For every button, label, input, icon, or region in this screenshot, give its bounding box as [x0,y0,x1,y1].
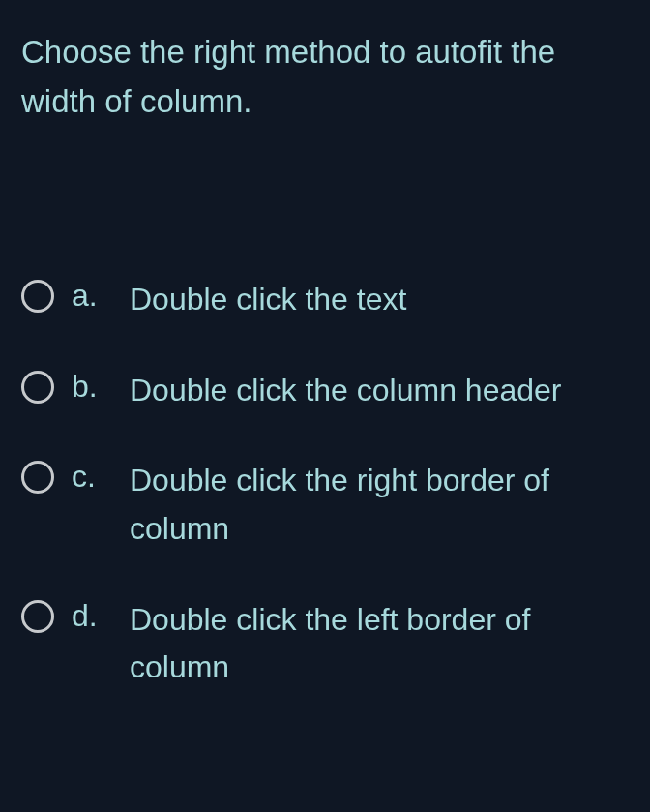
option-text: Double click the text [130,276,629,324]
option-text: Double click the left border of column [130,596,629,692]
radio-icon[interactable] [21,600,54,633]
option-letter: d. [72,596,112,637]
option-d[interactable]: d. Double click the left border of colum… [21,596,629,692]
radio-icon[interactable] [21,280,54,313]
radio-icon[interactable] [21,371,54,404]
radio-icon[interactable] [21,461,54,494]
option-letter: a. [72,276,112,316]
option-b[interactable]: b. Double click the column header [21,367,629,415]
option-c[interactable]: c. Double click the right border of colu… [21,457,629,553]
option-text: Double click the column header [130,367,629,415]
option-letter: b. [72,367,112,407]
option-a[interactable]: a. Double click the text [21,276,629,324]
question-text: Choose the right method to autofit the w… [21,27,629,126]
option-letter: c. [72,457,112,497]
option-text: Double click the right border of column [130,457,629,553]
options-list: a. Double click the text b. Double click… [21,276,629,692]
